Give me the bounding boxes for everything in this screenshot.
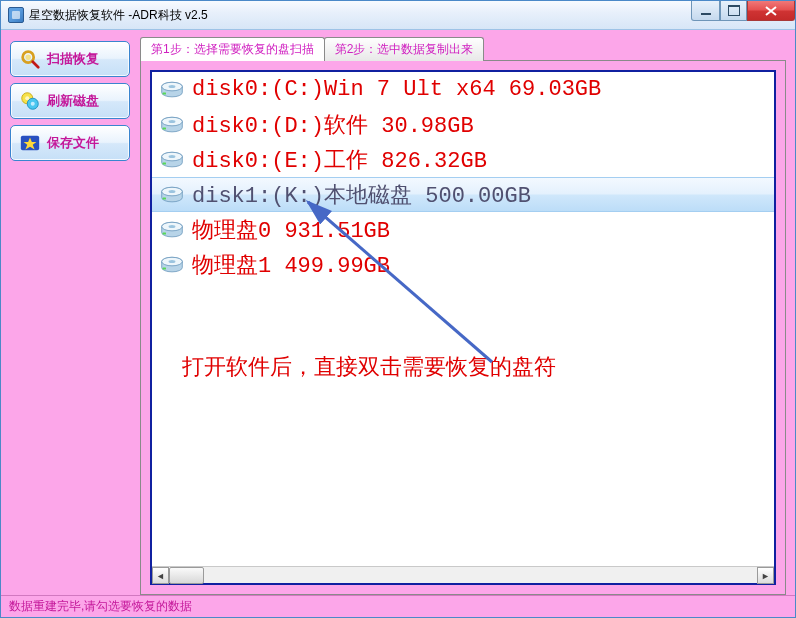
svg-point-2 [25,54,31,60]
scan-recover-label: 扫描恢复 [47,50,99,68]
save-file-label: 保存文件 [47,134,99,152]
tab-bar: 第1步：选择需要恢复的盘扫描 第2步：选中数据复制出来 [140,37,786,61]
disk-icon [160,256,184,274]
maximize-button[interactable] [720,1,747,21]
svg-line-1 [33,62,39,68]
disk-icon [160,116,184,134]
drive-row[interactable]: disk0:(D:)软件 30.98GB [152,107,774,142]
svg-rect-12 [163,92,166,94]
window-buttons [691,1,795,21]
close-icon [765,6,777,16]
minimize-button[interactable] [691,1,720,21]
disk-icon [160,151,184,169]
disk-icon [160,221,184,239]
horizontal-scrollbar[interactable]: ◄ ► [152,566,774,583]
svg-rect-20 [163,162,166,164]
window: 星空数据恢复软件 -ADR科技 v2.5 扫描恢复 [0,0,796,618]
main-panel: 第1步：选择需要恢复的盘扫描 第2步：选中数据复制出来 disk0:(C:)Wi… [140,37,786,595]
drive-label: disk0:(C:)Win 7 Ult x64 69.03GB [192,77,601,102]
hint-text: 打开软件后，直接双击需要恢复的盘符 [182,352,556,382]
drive-list: disk0:(C:)Win 7 Ult x64 69.03GBdisk0:(D:… [152,72,774,566]
tab-panel: disk0:(C:)Win 7 Ult x64 69.03GBdisk0:(D:… [140,61,786,595]
scroll-track[interactable] [169,567,757,583]
magnifier-icon [19,48,41,70]
svg-point-19 [169,155,176,158]
svg-point-27 [169,225,176,228]
drive-label: 物理盘1 499.99GB [192,250,390,280]
svg-point-5 [25,96,29,100]
content-area: 扫描恢复 刷新磁盘 保存文件 第1步：选择需要恢复的盘扫描 [1,30,795,595]
sidebar: 扫描恢复 刷新磁盘 保存文件 [10,37,130,595]
scroll-right-button[interactable]: ► [757,567,774,584]
svg-point-15 [169,120,176,123]
refresh-icon [19,90,41,112]
svg-rect-28 [163,232,166,234]
scan-recover-button[interactable]: 扫描恢复 [10,41,130,77]
star-icon [19,132,41,154]
drive-row[interactable]: disk0:(E:)工作 826.32GB [152,142,774,177]
svg-point-11 [169,85,176,88]
app-icon [8,7,24,23]
drive-row[interactable]: disk0:(C:)Win 7 Ult x64 69.03GB [152,72,774,107]
titlebar[interactable]: 星空数据恢复软件 -ADR科技 v2.5 [1,1,795,30]
drive-label: disk0:(E:)工作 826.32GB [192,145,487,175]
svg-point-6 [31,102,35,106]
svg-rect-24 [163,197,166,199]
status-text: 数据重建完毕,请勾选要恢复的数据 [9,598,192,615]
refresh-disk-button[interactable]: 刷新磁盘 [10,83,130,119]
svg-point-23 [169,190,176,193]
drive-list-container: disk0:(C:)Win 7 Ult x64 69.03GBdisk0:(D:… [150,70,776,585]
drive-label: disk0:(D:)软件 30.98GB [192,110,474,140]
drive-row[interactable]: disk1:(K:)本地磁盘 500.00GB [152,177,774,212]
disk-icon [160,81,184,99]
scroll-thumb[interactable] [169,567,204,584]
drive-row[interactable]: 物理盘0 931.51GB [152,212,774,247]
tab-step2[interactable]: 第2步：选中数据复制出来 [324,37,485,61]
window-title: 星空数据恢复软件 -ADR科技 v2.5 [29,7,208,24]
svg-rect-16 [163,127,166,129]
refresh-disk-label: 刷新磁盘 [47,92,99,110]
tab-step1[interactable]: 第1步：选择需要恢复的盘扫描 [140,37,325,61]
save-file-button[interactable]: 保存文件 [10,125,130,161]
app-body: 扫描恢复 刷新磁盘 保存文件 第1步：选择需要恢复的盘扫描 [1,30,795,617]
drive-row[interactable]: 物理盘1 499.99GB [152,247,774,282]
close-button[interactable] [747,1,795,21]
drive-label: disk1:(K:)本地磁盘 500.00GB [192,180,531,210]
scroll-left-button[interactable]: ◄ [152,567,169,584]
drive-label: 物理盘0 931.51GB [192,215,390,245]
disk-icon [160,186,184,204]
svg-rect-32 [163,267,166,269]
svg-point-31 [169,260,176,263]
status-bar: 数据重建完毕,请勾选要恢复的数据 [1,595,795,617]
